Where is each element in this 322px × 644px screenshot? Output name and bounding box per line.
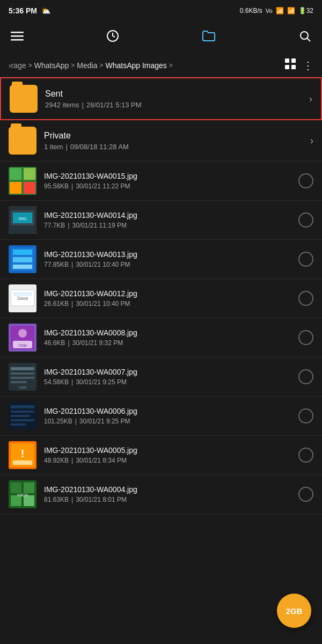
svg-rect-50 xyxy=(11,482,21,493)
search-nav-icon[interactable] xyxy=(298,30,311,46)
svg-rect-7 xyxy=(291,58,296,63)
folder-private-details: Private 1 item|09/08/18 11:28 AM xyxy=(44,131,310,151)
more-options-icon[interactable]: ⋮ xyxy=(303,59,313,72)
svg-rect-53 xyxy=(24,495,34,506)
file-name-7: IMG-20210130-WA0005.jpg xyxy=(44,446,294,455)
breadcrumb-whatsapp-images[interactable]: WhatsApp Images xyxy=(105,61,166,70)
file-item-4[interactable]: Chat IMG-20210130-WA0008.jpg 46.6KB|30/0… xyxy=(0,318,322,357)
file-name-8: IMG-20210130-WA0004.jpg xyxy=(44,485,294,494)
svg-rect-37 xyxy=(11,381,27,383)
folder-private-icon xyxy=(9,127,36,155)
file-name-4: IMG-20210130-WA0008.jpg xyxy=(44,328,294,337)
svg-rect-11 xyxy=(10,168,21,180)
chevron-right-private: › xyxy=(310,135,313,147)
svg-rect-12 xyxy=(24,168,35,180)
file-meta-3: 26.61KB|30/01/21 10:40 PM xyxy=(44,300,294,308)
file-checkbox-6[interactable] xyxy=(298,408,313,423)
file-checkbox-2[interactable] xyxy=(298,252,313,267)
file-item-1[interactable]: IMG IMG-20210130-WA0014.jpg 77.7KB|30/01… xyxy=(0,201,322,240)
svg-text:code: code xyxy=(18,385,26,389)
file-details-2: IMG-20210130-WA0013.jpg 77.85KB|30/01/21… xyxy=(44,250,294,268)
file-meta-4: 46.6KB|30/01/21 9:32 PM xyxy=(44,339,294,347)
svg-text:Chat: Chat xyxy=(19,343,27,347)
file-meta-8: 81.63KB|30/01/21 8:01 PM xyxy=(44,496,294,503)
wifi-icon: 📶 xyxy=(287,7,295,14)
svg-rect-23 xyxy=(13,265,32,269)
breadcrumb-sep4: > xyxy=(169,62,173,69)
file-details-3: IMG-20210130-WA0012.jpg 26.61KB|30/01/21… xyxy=(44,289,294,308)
file-checkbox-4[interactable] xyxy=(298,330,313,345)
file-details-7: IMG-20210130-WA0005.jpg 48.92KB|30/01/21… xyxy=(44,446,294,464)
grid-view-icon[interactable] xyxy=(284,58,296,72)
file-checkbox-1[interactable] xyxy=(298,213,313,228)
folder-sent-icon xyxy=(10,85,38,113)
folder-nav-icon[interactable] xyxy=(202,30,216,46)
status-time: 5:36 PM ⛅ xyxy=(9,6,50,15)
breadcrumb-media[interactable]: Media xyxy=(77,61,97,70)
signal-icon: 📶 xyxy=(276,7,284,14)
folder-private[interactable]: Private 1 item|09/08/18 11:28 AM › xyxy=(0,120,322,162)
file-checkbox-3[interactable] xyxy=(298,291,313,306)
file-name-1: IMG-20210130-WA0014.jpg xyxy=(44,211,294,219)
menu-icon[interactable] xyxy=(11,30,24,46)
chevron-right-sent: › xyxy=(309,93,312,105)
file-details-8: IMG-20210130-WA0004.jpg 81.63KB|30/01/21… xyxy=(44,485,294,503)
file-thumb-2 xyxy=(9,245,36,273)
folder-sent-name: Sent xyxy=(45,89,309,99)
breadcrumb-sep3: > xyxy=(99,62,103,69)
breadcrumb-path: ›rage > WhatsApp > Media > WhatsApp Imag… xyxy=(9,61,280,70)
folder-sent-meta: 2942 items|28/01/21 5:13 PM xyxy=(45,101,309,109)
file-checkbox-0[interactable] xyxy=(298,173,313,188)
fab-storage[interactable]: 2GB xyxy=(277,594,311,628)
file-item-3[interactable]: Save IMG-20210130-WA0012.jpg 26.61KB|30/… xyxy=(0,279,322,318)
file-item-5[interactable]: code IMG-20210130-WA0007.jpg 54.58KB|30/… xyxy=(0,357,322,397)
svg-rect-43 xyxy=(11,419,34,421)
svg-rect-2 xyxy=(11,39,24,41)
file-item-2[interactable]: IMG-20210130-WA0013.jpg 77.85KB|30/01/21… xyxy=(0,240,322,279)
svg-rect-6 xyxy=(285,58,289,63)
svg-rect-35 xyxy=(11,372,34,375)
file-checkbox-5[interactable] xyxy=(298,369,313,384)
file-meta-1: 77.7KB|30/01/21 11:19 PM xyxy=(44,222,294,229)
file-checkbox-7[interactable] xyxy=(298,448,313,463)
file-item-0[interactable]: IMG-20210130-WA0015.jpg 95.58KB|30/01/21… xyxy=(0,162,322,201)
svg-rect-21 xyxy=(13,250,32,255)
file-details-4: IMG-20210130-WA0008.jpg 46.6KB|30/01/21 … xyxy=(44,328,294,347)
file-name-3: IMG-20210130-WA0012.jpg xyxy=(44,289,294,298)
breadcrumb-whatsapp[interactable]: WhatsApp xyxy=(34,61,69,70)
svg-rect-51 xyxy=(24,482,34,493)
file-thumb-4: Chat xyxy=(9,324,36,352)
breadcrumb-storage[interactable]: ›rage xyxy=(9,61,26,70)
file-details-1: IMG-20210130-WA0014.jpg 77.7KB|30/01/21 … xyxy=(44,211,294,229)
battery-icon: 🔋32 xyxy=(298,7,313,14)
breadcrumb-sep1: > xyxy=(28,62,32,69)
file-meta-6: 101.25KB|30/01/21 9:25 PM xyxy=(44,418,294,425)
file-list: Sent 2942 items|28/01/21 5:13 PM › Priva… xyxy=(0,77,322,514)
svg-text:Save: Save xyxy=(17,296,28,301)
status-bar: 5:36 PM ⛅ 0.6KB/s Vo 📶 📶 🔋32 xyxy=(0,0,322,21)
file-meta-5: 54.58KB|30/01/21 9:25 PM xyxy=(44,378,294,386)
folder-sent[interactable]: Sent 2942 items|28/01/21 5:13 PM › xyxy=(0,77,322,120)
svg-rect-41 xyxy=(11,411,34,413)
svg-text:!: ! xyxy=(21,448,25,459)
folder-sent-details: Sent 2942 items|28/01/21 5:13 PM xyxy=(45,89,309,109)
svg-rect-34 xyxy=(11,367,34,370)
svg-rect-40 xyxy=(11,405,34,408)
svg-rect-0 xyxy=(11,32,24,33)
svg-rect-9 xyxy=(291,65,296,69)
file-item-6[interactable]: IMG-20210130-WA0006.jpg 101.25KB|30/01/2… xyxy=(0,397,322,436)
file-item-7[interactable]: ! IMG-20210130-WA0005.jpg 48.92KB|30/01/… xyxy=(0,436,322,475)
svg-point-4 xyxy=(301,32,308,39)
file-details-5: IMG-20210130-WA0007.jpg 54.58KB|30/01/21… xyxy=(44,368,294,386)
file-item-8[interactable]: KACH IMG-20210130-WA0004.jpg 81.63KB|30/… xyxy=(0,475,322,514)
svg-rect-1 xyxy=(11,35,24,37)
file-thumb-7: ! xyxy=(9,441,36,469)
svg-rect-44 xyxy=(11,423,26,426)
folder-private-meta: 1 item|09/08/18 11:28 AM xyxy=(44,143,310,151)
breadcrumb-bar: ›rage > WhatsApp > Media > WhatsApp Imag… xyxy=(0,54,322,77)
file-checkbox-8[interactable] xyxy=(298,487,313,502)
status-right: 0.6KB/s Vo 📶 📶 🔋32 xyxy=(240,7,313,14)
folder-private-name: Private xyxy=(44,131,310,141)
history-icon[interactable] xyxy=(106,30,119,46)
svg-rect-36 xyxy=(11,377,34,379)
